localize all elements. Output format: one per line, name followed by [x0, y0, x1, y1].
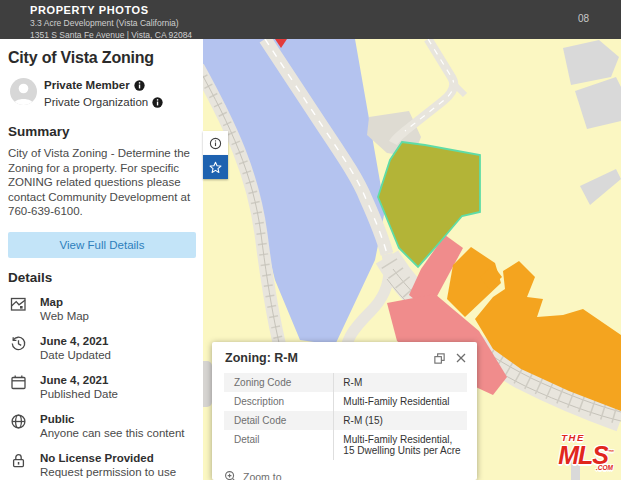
mls-logo-tm: ™: [608, 449, 614, 455]
detail-subtitle: Anyone can see this content: [40, 426, 185, 440]
summary-heading: Summary: [8, 124, 195, 139]
row-value: Multi-Family Residential, 15 Dwelling Un…: [333, 430, 467, 460]
owner-name: Private Member: [44, 79, 130, 91]
page-title: City of Vista Zoning: [8, 49, 195, 67]
detail-item-public: Public Anyone can see this content: [8, 412, 195, 440]
detail-subtitle: Date Updated: [40, 348, 111, 362]
mls-logo: THE MLS™ .COM: [558, 433, 614, 471]
detail-item-published: June 4, 2021 Published Date: [8, 373, 195, 401]
upper-road: [393, 39, 465, 143]
details-list: Map Web Map June 4, 2021 Date Updated: [8, 295, 195, 479]
page-number: 08: [578, 13, 589, 24]
detail-title: June 4, 2021: [40, 334, 111, 348]
building-footprint: [575, 77, 621, 129]
collapsed-widget-tab[interactable]: [203, 361, 212, 407]
favorite-widget-button[interactable]: [203, 155, 228, 179]
row-value: Multi-Family Residential: [333, 392, 467, 411]
map-icon: [10, 296, 27, 323]
info-widget-button[interactable]: [203, 131, 228, 155]
info-icon[interactable]: [134, 80, 145, 95]
popup-attribute-table: Zoning Code R-M Description Multi-Family…: [224, 373, 467, 460]
popup-title: Zoning: R-M: [225, 351, 424, 365]
avatar: [10, 78, 37, 105]
property-name: 3.3 Acre Development (Vista California): [30, 18, 192, 28]
view-full-details-button[interactable]: View Full Details: [8, 232, 196, 258]
row-label: Detail: [224, 430, 333, 460]
row-label: Description: [224, 392, 333, 411]
person-icon: [10, 78, 37, 105]
zoning-popup: Zoning: R-M Zoning Code R-M Description: [212, 342, 477, 480]
table-row: Zoning Code R-M: [224, 373, 467, 392]
slide-header: PROPERTY PHOTOS 3.3 Acre Development (Vi…: [0, 0, 621, 39]
detail-item-map: Map Web Map: [8, 295, 195, 323]
lock-icon: [10, 452, 27, 479]
selected-parcel-polygon[interactable]: [378, 142, 480, 267]
close-icon[interactable]: [455, 352, 467, 364]
details-heading: Details: [8, 270, 195, 285]
info-circle-icon: [207, 135, 224, 152]
magnifier-plus-icon: [224, 470, 237, 480]
detail-item-date-updated: June 4, 2021 Date Updated: [8, 334, 195, 362]
zoom-to-label: Zoom to: [243, 471, 282, 480]
globe-icon: [10, 413, 27, 440]
item-details-panel: City of Vista Zoning Private Member Priv…: [0, 39, 203, 480]
history-icon: [10, 335, 27, 362]
owner-row: Private Member Private Organization: [8, 77, 195, 112]
building-footprint: [563, 40, 619, 85]
detail-item-license: No License Provided Request permission t…: [8, 451, 195, 479]
detail-title: Public: [40, 412, 185, 426]
zoom-to-link[interactable]: Zoom to: [224, 470, 477, 480]
detail-subtitle: Published Date: [40, 387, 118, 401]
row-label: Zoning Code: [224, 373, 333, 392]
calendar-icon: [10, 374, 27, 401]
dock-icon[interactable]: [433, 352, 446, 365]
detail-subtitle: Request permission to use: [40, 465, 176, 479]
map-viewport[interactable]: Zoning: R-M Zoning Code R-M Description: [203, 39, 621, 480]
detail-title: No License Provided: [40, 451, 176, 465]
detail-title: June 4, 2021: [40, 373, 118, 387]
table-row: Detail Multi-Family Residential, 15 Dwel…: [224, 430, 467, 460]
row-value: R-M: [333, 373, 467, 392]
detail-subtitle: Web Map: [40, 309, 89, 323]
row-value: R-M (15): [333, 411, 467, 430]
table-row: Detail Code R-M (15): [224, 411, 467, 430]
info-icon[interactable]: [152, 97, 163, 112]
slide-title: PROPERTY PHOTOS: [30, 4, 192, 16]
row-label: Detail Code: [224, 411, 333, 430]
detail-title: Map: [40, 295, 89, 309]
owner-org: Private Organization: [44, 96, 148, 108]
summary-text: City of Vista Zoning - Determine the Zon…: [8, 146, 195, 219]
star-icon: [207, 159, 224, 176]
building-footprint: [580, 169, 621, 205]
table-row: Description Multi-Family Residential: [224, 392, 467, 411]
